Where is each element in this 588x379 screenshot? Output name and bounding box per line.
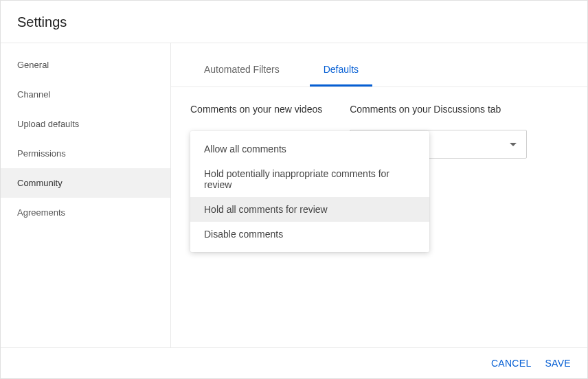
dropdown-option-hold-inappropriate[interactable]: Hold potentially inappropriate comments … (190, 161, 429, 197)
tab-content: Comments on your new videos Allow all co… (171, 87, 587, 175)
cancel-button[interactable]: CANCEL (491, 358, 532, 369)
tabs-bar: Automated Filters Defaults (171, 51, 587, 87)
tab-label: Automated Filters (204, 64, 280, 75)
sidebar-item-agreements[interactable]: Agreements (1, 198, 170, 227)
sidebar-item-label: Permissions (17, 148, 66, 159)
dropdown-option-label: Allow all comments (204, 143, 286, 154)
dropdown-option-label: Disable comments (204, 229, 283, 240)
sidebar-item-label: Agreements (17, 207, 65, 218)
tab-automated-filters[interactable]: Automated Filters (190, 51, 293, 87)
save-button[interactable]: SAVE (545, 358, 571, 369)
settings-footer: CANCEL SAVE (1, 347, 587, 378)
settings-sidebar: General Channel Upload defaults Permissi… (1, 43, 171, 347)
settings-header: Settings (1, 1, 587, 43)
sidebar-item-permissions[interactable]: Permissions (1, 139, 170, 168)
content-row: Comments on your new videos Allow all co… (190, 104, 568, 159)
new-videos-title: Comments on your new videos (190, 104, 322, 115)
discussions-title: Comments on your Discussions tab (350, 104, 568, 115)
dropdown-option-hold-all[interactable]: Hold all comments for review (190, 197, 429, 222)
tab-label: Defaults (324, 64, 359, 75)
dropdown-option-disable[interactable]: Disable comments (190, 222, 429, 246)
sidebar-item-community[interactable]: Community (1, 168, 170, 198)
sidebar-item-channel[interactable]: Channel (1, 80, 170, 109)
new-videos-dropdown-menu: Allow all comments Hold potentially inap… (190, 131, 429, 252)
button-label: SAVE (545, 358, 571, 369)
dropdown-option-label: Hold potentially inappropriate comments … (204, 168, 389, 190)
sidebar-item-label: Upload defaults (17, 119, 79, 129)
sidebar-item-general[interactable]: General (1, 50, 170, 80)
sidebar-item-label: General (17, 60, 49, 70)
tab-defaults[interactable]: Defaults (310, 51, 372, 87)
page-title: Settings (17, 14, 571, 30)
dropdown-option-label: Hold all comments for review (204, 204, 328, 215)
new-videos-column: Comments on your new videos Allow all co… (190, 104, 322, 159)
caret-down-icon (510, 143, 517, 146)
button-label: CANCEL (491, 358, 532, 369)
settings-body: General Channel Upload defaults Permissi… (1, 43, 587, 347)
dropdown-option-allow-all[interactable]: Allow all comments (190, 137, 429, 161)
sidebar-item-upload-defaults[interactable]: Upload defaults (1, 109, 170, 139)
sidebar-item-label: Community (17, 178, 63, 188)
sidebar-item-label: Channel (17, 89, 50, 100)
settings-main: Automated Filters Defaults Comments on y… (171, 43, 587, 347)
